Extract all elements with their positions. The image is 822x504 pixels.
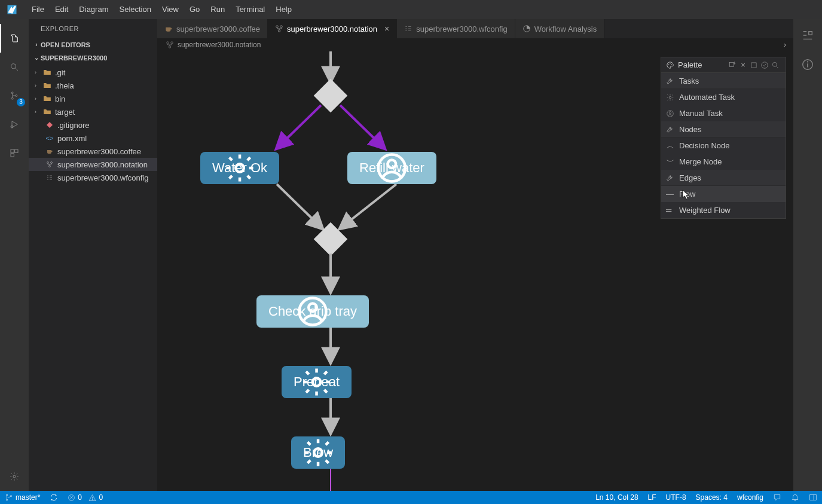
svg-line-25 xyxy=(277,105,321,148)
tree-folder-git[interactable]: ›.git xyxy=(29,66,157,79)
task-check-drip-tray[interactable]: Check drip tray xyxy=(256,295,369,328)
status-layout-icon[interactable] xyxy=(804,491,822,504)
status-label: master* xyxy=(16,493,40,502)
status-sync[interactable] xyxy=(45,491,63,504)
coffee-icon xyxy=(164,25,173,33)
palette-title: Palette xyxy=(678,60,702,69)
menu-terminal[interactable]: Terminal xyxy=(230,0,270,19)
palette-group-tasks[interactable]: Tasks xyxy=(661,73,786,89)
svg-point-43 xyxy=(671,64,672,65)
palette-item-manual-task[interactable]: Manual Task xyxy=(661,105,786,121)
tree-label: superbrewer3000.wfconfig xyxy=(57,173,148,182)
status-branch[interactable]: master* xyxy=(0,491,45,504)
palette-item-decision-node[interactable]: ︿Decision Node xyxy=(661,138,786,154)
task-preheat[interactable]: Preheat xyxy=(282,366,352,398)
tab-coffee[interactable]: superbrewer3000.coffee xyxy=(157,19,268,38)
breadcrumb-file[interactable]: superbrewer3000.notation xyxy=(178,41,261,49)
analysis-icon xyxy=(522,25,531,33)
xml-icon: <> xyxy=(44,135,55,142)
menu-diagram[interactable]: Diagram xyxy=(74,0,114,19)
right-activitybar xyxy=(793,19,822,491)
menu-view[interactable]: View xyxy=(157,0,184,19)
wrench-icon xyxy=(666,77,674,85)
debug-icon[interactable] xyxy=(0,110,29,139)
search-icon[interactable] xyxy=(0,53,29,81)
outline-icon[interactable] xyxy=(801,29,814,44)
status-bar: master* 0 0 Ln 10, Col 28 LF UTF-8 Space… xyxy=(0,491,822,504)
extensions-icon[interactable] xyxy=(0,139,29,167)
warning-icon xyxy=(88,494,96,502)
svg-rect-8 xyxy=(11,154,14,157)
close-icon[interactable]: × xyxy=(384,24,389,33)
palette-item-flow[interactable]: —Flow xyxy=(661,186,786,202)
menu-help[interactable]: Help xyxy=(270,0,297,19)
explorer-icon[interactable] xyxy=(0,24,29,53)
tree-label: .git xyxy=(55,68,65,77)
status-problems[interactable]: 0 0 xyxy=(63,491,108,504)
svg-point-34 xyxy=(236,164,244,172)
breadcrumb-more-icon[interactable]: › xyxy=(784,41,793,49)
open-editors-header[interactable]: ›OPEN EDITORS xyxy=(29,38,157,51)
tree-file-wfconfig[interactable]: superbrewer3000.wfconfig xyxy=(29,171,157,184)
menu-edit[interactable]: Edit xyxy=(50,0,74,19)
palette-group-edges[interactable]: Edges xyxy=(661,170,786,186)
tab-wfconfig[interactable]: superbrewer3000.wfconfig xyxy=(397,19,515,38)
source-control-icon[interactable]: 3 xyxy=(0,81,29,110)
tree-file-pom[interactable]: <>pom.xml xyxy=(29,132,157,145)
palette-search-icon[interactable] xyxy=(770,60,781,71)
task-brew[interactable]: Brew xyxy=(291,436,345,469)
menu-run[interactable]: Run xyxy=(205,0,230,19)
status-encoding[interactable]: UTF-8 xyxy=(661,491,691,504)
palette-item-weighted-flow[interactable]: ═Weighted Flow xyxy=(661,202,786,218)
gear-icon xyxy=(282,366,352,398)
menu-file[interactable]: File xyxy=(26,0,50,19)
project-header[interactable]: ⌄SUPERBREWER3000 xyxy=(29,51,157,65)
palette-item-automated-task[interactable]: Automated Task xyxy=(661,89,786,105)
svg-point-17 xyxy=(167,42,169,44)
svg-line-50 xyxy=(777,66,778,68)
palette-item-label: Automated Task xyxy=(679,93,735,102)
info-icon[interactable] xyxy=(801,58,814,73)
status-language[interactable]: wfconfig xyxy=(732,491,768,504)
svg-point-15 xyxy=(278,30,280,32)
tree-file-gitignore[interactable]: .gitignore xyxy=(29,118,157,132)
tree-folder-bin[interactable]: ›bin xyxy=(29,92,157,105)
svg-point-39 xyxy=(313,378,321,386)
palette-close-icon[interactable]: × xyxy=(738,60,748,71)
status-lncol[interactable]: Ln 10, Col 28 xyxy=(591,491,643,504)
project-label: SUPERBREWER3000 xyxy=(41,51,107,65)
menu-go[interactable]: Go xyxy=(184,0,205,19)
palette-validate-icon[interactable] xyxy=(759,60,770,71)
status-bell-icon[interactable] xyxy=(786,491,804,504)
tree-folder-theia[interactable]: ›.theia xyxy=(29,79,157,92)
status-eol[interactable]: LF xyxy=(643,491,661,504)
tree-file-notation[interactable]: superbrewer3000.notation xyxy=(29,158,157,171)
tree-label: .theia xyxy=(55,81,74,90)
palette-newnode-icon[interactable] xyxy=(727,60,738,71)
palette-item-merge-node[interactable]: ﹀Merge Node xyxy=(661,154,786,170)
tree-folder-target[interactable]: ›target xyxy=(29,105,157,118)
palette-group-nodes[interactable]: Nodes xyxy=(661,121,786,138)
palette-header: Palette × xyxy=(661,57,786,73)
tab-notation[interactable]: superbrewer3000.notation× xyxy=(268,19,397,38)
svg-point-19 xyxy=(169,46,171,48)
sidebar-title: EXPLORER xyxy=(29,19,157,38)
tab-workflow-analysis[interactable]: Workflow Analysis xyxy=(515,19,605,38)
svg-point-51 xyxy=(669,96,671,99)
gear-icon xyxy=(666,93,674,102)
editor-tabbar: superbrewer3000.coffee superbrewer3000.n… xyxy=(157,19,793,38)
palette-item-label: Decision Node xyxy=(679,141,730,150)
svg-point-22 xyxy=(807,61,808,62)
task-refill-water[interactable]: Refill water xyxy=(347,152,436,184)
svg-point-13 xyxy=(276,26,279,28)
user-icon xyxy=(256,295,369,328)
menu-selection[interactable]: Selection xyxy=(114,0,156,19)
settings-gear-icon[interactable] xyxy=(0,462,29,491)
scm-badge: 3 xyxy=(17,98,25,106)
tree-file-coffee[interactable]: superbrewer3000.coffee xyxy=(29,145,157,158)
palette-panel: Palette × Tasks Automated Task Manual Ta… xyxy=(661,57,786,219)
status-indent[interactable]: Spaces: 4 xyxy=(691,491,732,504)
palette-fit-icon[interactable] xyxy=(748,60,759,71)
task-water-ok[interactable]: Water Ok xyxy=(200,152,279,184)
status-feedback-icon[interactable] xyxy=(768,491,786,504)
